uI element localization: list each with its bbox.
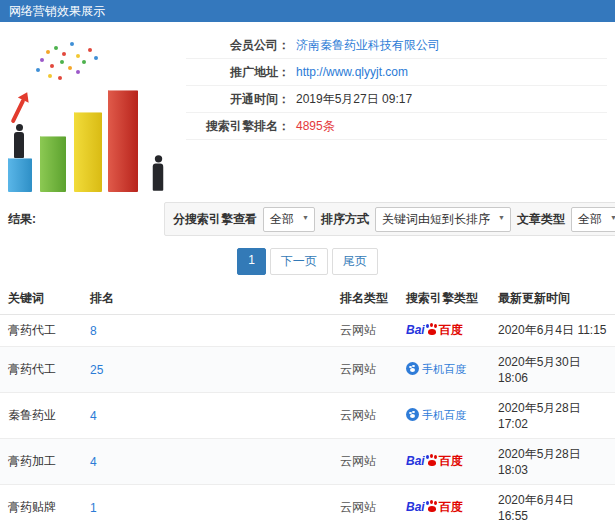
rank-link[interactable]: 4 bbox=[82, 439, 332, 485]
table-row: 膏药代工 25 云网站 手机百度 2020年5月30日 18:06 bbox=[0, 347, 615, 393]
page-title: 网络营销效果展示 bbox=[9, 4, 105, 18]
article-type-select[interactable]: 全部 bbox=[571, 207, 615, 232]
next-page-button[interactable]: 下一页 bbox=[270, 248, 328, 275]
info-row-company: 会员公司： 济南秦鲁药业科技有限公司 bbox=[186, 32, 607, 59]
filter-bar: 分搜索引擎查看 全部 排序方式 关键词由短到长排序 文章类型 全部 提交 bbox=[164, 202, 615, 236]
header-keyword: 关键词 bbox=[0, 283, 82, 315]
baidu-logo: Bai百度 bbox=[406, 500, 463, 514]
sort-filter-label: 排序方式 bbox=[321, 211, 369, 228]
confetti-dots-icon bbox=[46, 50, 50, 54]
keyword-cell: 膏药代工 bbox=[0, 315, 82, 347]
rank-count-value: 4895条 bbox=[296, 118, 335, 135]
hero-section: 会员公司： 济南秦鲁药业科技有限公司 推广地址： http://www.qlyy… bbox=[0, 32, 615, 194]
baidu-text-du: 百度 bbox=[439, 500, 463, 514]
chart-bar-blue bbox=[8, 158, 32, 192]
header-rank: 排名 bbox=[82, 283, 332, 315]
hero-illustration bbox=[0, 36, 180, 194]
growth-arrow-icon bbox=[11, 98, 26, 123]
opened-time: 2019年5月27日 09:17 bbox=[296, 91, 412, 108]
info-row-opened: 开通时间： 2019年5月27日 09:17 bbox=[186, 86, 607, 113]
results-section: 结果: 分搜索引擎查看 全部 排序方式 关键词由短到长排序 文章类型 全部 提交 bbox=[8, 202, 607, 236]
table-header-row: 关键词 排名 排名类型 搜索引擎类型 最新更新时间 bbox=[0, 283, 615, 315]
title-bar: 网络营销效果展示 bbox=[0, 0, 615, 22]
baidu-text-bai: Bai bbox=[406, 323, 425, 337]
rank-link[interactable]: 25 bbox=[82, 347, 332, 393]
header-updated: 最新更新时间 bbox=[490, 283, 615, 315]
rank-link[interactable]: 1 bbox=[82, 485, 332, 520]
mobile-baidu-logo: 手机百度 bbox=[406, 362, 466, 376]
table-row: 膏药代工 8 云网站 Bai百度 2020年6月4日 11:15 bbox=[0, 315, 615, 347]
table-row: 膏药贴牌 1 云网站 Bai百度 2020年6月4日 16:55 bbox=[0, 485, 615, 520]
company-label: 会员公司： bbox=[186, 37, 290, 54]
updated-cell: 2020年6月4日 16:55 bbox=[490, 485, 615, 520]
rank-type-cell: 云网站 bbox=[332, 393, 398, 439]
engine-cell: Bai百度 bbox=[398, 439, 490, 485]
rank-type-cell: 云网站 bbox=[332, 315, 398, 347]
keyword-cell: 秦鲁药业 bbox=[0, 393, 82, 439]
rank-link[interactable]: 4 bbox=[82, 393, 332, 439]
engine-cell: Bai百度 bbox=[398, 315, 490, 347]
rank-type-cell: 云网站 bbox=[332, 485, 398, 520]
mobile-baidu-paw-icon bbox=[406, 362, 419, 375]
keyword-cell: 膏药加工 bbox=[0, 439, 82, 485]
updated-cell: 2020年6月4日 11:15 bbox=[490, 315, 615, 347]
sort-filter-select[interactable]: 关键词由短到长排序 bbox=[375, 207, 511, 232]
rank-link[interactable]: 8 bbox=[82, 315, 332, 347]
baidu-paw-icon bbox=[426, 501, 438, 513]
table-body: 膏药代工 8 云网站 Bai百度 2020年6月4日 11:15 膏药代工 25… bbox=[0, 315, 615, 520]
updated-cell: 2020年5月28日 18:03 bbox=[490, 439, 615, 485]
baidu-logo: Bai百度 bbox=[406, 323, 463, 337]
article-type-label: 文章类型 bbox=[517, 211, 565, 228]
baidu-paw-icon bbox=[426, 455, 438, 467]
chart-bar-red bbox=[108, 90, 138, 192]
engine-cell: 手机百度 bbox=[398, 393, 490, 439]
businessman-figure-right bbox=[152, 155, 165, 191]
member-info-panel: 会员公司： 济南秦鲁药业科技有限公司 推广地址： http://www.qlyy… bbox=[186, 32, 607, 140]
page: 网络营销效果展示 会员公司： 济南秦鲁药业科技有限公司 推广地址： http:/… bbox=[0, 0, 615, 520]
rank-type-cell: 云网站 bbox=[332, 347, 398, 393]
mobile-baidu-paw-icon bbox=[406, 408, 419, 421]
rank-count-label: 搜索引擎排名： bbox=[186, 118, 290, 135]
keyword-cell: 膏药代工 bbox=[0, 347, 82, 393]
updated-cell: 2020年5月30日 18:06 bbox=[490, 347, 615, 393]
chart-bar-yellow bbox=[74, 112, 102, 192]
header-engine-type: 搜索引擎类型 bbox=[398, 283, 490, 315]
baidu-text-bai: Bai bbox=[406, 500, 425, 514]
info-row-rank-count: 搜索引擎排名： 4895条 bbox=[186, 113, 607, 140]
mobile-baidu-logo: 手机百度 bbox=[406, 408, 466, 422]
chart-bar-green bbox=[40, 136, 66, 192]
baidu-text-bai: Bai bbox=[406, 454, 425, 468]
keyword-cell: 膏药贴牌 bbox=[0, 485, 82, 520]
baidu-logo: Bai百度 bbox=[406, 454, 463, 468]
engine-filter-label: 分搜索引擎查看 bbox=[173, 211, 257, 228]
info-row-url: 推广地址： http://www.qlyyjt.com bbox=[186, 59, 607, 86]
mobile-baidu-label: 手机百度 bbox=[422, 409, 466, 421]
table-row: 秦鲁药业 4 云网站 手机百度 2020年5月28日 17:02 bbox=[0, 393, 615, 439]
businessman-figure-left bbox=[13, 124, 25, 158]
header-rank-type: 排名类型 bbox=[332, 283, 398, 315]
engine-cell: Bai百度 bbox=[398, 485, 490, 520]
opened-label: 开通时间： bbox=[186, 91, 290, 108]
table-row: 膏药加工 4 云网站 Bai百度 2020年5月28日 18:03 bbox=[0, 439, 615, 485]
baidu-text-du: 百度 bbox=[439, 323, 463, 337]
mobile-baidu-label: 手机百度 bbox=[422, 363, 466, 375]
promotion-url-link[interactable]: http://www.qlyyjt.com bbox=[296, 65, 408, 79]
engine-filter-select[interactable]: 全部 bbox=[263, 207, 315, 232]
last-page-button[interactable]: 尾页 bbox=[332, 248, 378, 275]
baidu-text-du: 百度 bbox=[439, 454, 463, 468]
page-number-current[interactable]: 1 bbox=[237, 248, 266, 275]
baidu-paw-icon bbox=[426, 324, 438, 336]
results-label: 结果: bbox=[8, 211, 36, 228]
pagination: 1 下一页 尾页 bbox=[0, 248, 615, 275]
updated-cell: 2020年5月28日 17:02 bbox=[490, 393, 615, 439]
engine-cell: 手机百度 bbox=[398, 347, 490, 393]
company-link[interactable]: 济南秦鲁药业科技有限公司 bbox=[296, 37, 440, 54]
rank-type-cell: 云网站 bbox=[332, 439, 398, 485]
url-label: 推广地址： bbox=[186, 64, 290, 81]
ranking-table: 关键词 排名 排名类型 搜索引擎类型 最新更新时间 膏药代工 8 云网站 Bai… bbox=[0, 283, 615, 520]
